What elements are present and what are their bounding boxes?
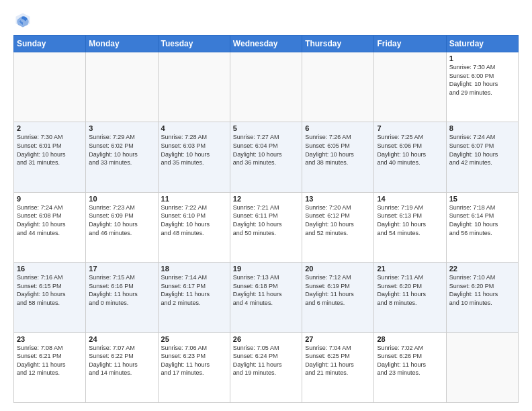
week-row-1: 1Sunrise: 7:30 AM Sunset: 6:00 PM Daylig… [14, 52, 519, 122]
col-header-sunday: Sunday [14, 36, 86, 52]
day-cell: 2Sunrise: 7:30 AM Sunset: 6:01 PM Daylig… [14, 122, 86, 192]
day-cell: 6Sunrise: 7:26 AM Sunset: 6:05 PM Daylig… [302, 122, 374, 192]
col-header-saturday: Saturday [446, 36, 518, 52]
page: SundayMondayTuesdayWednesdayThursdayFrid… [0, 0, 532, 411]
day-number: 21 [377, 265, 443, 273]
day-number: 1 [449, 54, 515, 62]
week-row-3: 9Sunrise: 7:24 AM Sunset: 6:08 PM Daylig… [14, 192, 519, 262]
day-info: Sunrise: 7:10 AM Sunset: 6:20 PM Dayligh… [449, 273, 515, 307]
calendar-table: SundayMondayTuesdayWednesdayThursdayFrid… [13, 35, 519, 403]
day-number: 5 [233, 124, 299, 132]
day-info: Sunrise: 7:07 AM Sunset: 6:22 PM Dayligh… [89, 344, 154, 377]
day-number: 16 [17, 265, 83, 273]
day-info: Sunrise: 7:21 AM Sunset: 6:11 PM Dayligh… [233, 203, 299, 237]
day-number: 13 [305, 195, 371, 203]
day-cell [14, 52, 86, 122]
day-number: 4 [161, 124, 227, 132]
week-row-2: 2Sunrise: 7:30 AM Sunset: 6:01 PM Daylig… [14, 122, 519, 192]
day-info: Sunrise: 7:06 AM Sunset: 6:23 PM Dayligh… [161, 344, 227, 377]
day-info: Sunrise: 7:13 AM Sunset: 6:18 PM Dayligh… [233, 273, 299, 307]
day-cell: 24Sunrise: 7:07 AM Sunset: 6:22 PM Dayli… [86, 332, 158, 402]
day-info: Sunrise: 7:27 AM Sunset: 6:04 PM Dayligh… [233, 133, 299, 167]
day-cell: 8Sunrise: 7:24 AM Sunset: 6:07 PM Daylig… [446, 122, 518, 192]
day-cell: 20Sunrise: 7:12 AM Sunset: 6:19 PM Dayli… [302, 263, 374, 332]
day-number: 12 [233, 195, 299, 203]
day-number: 10 [89, 195, 154, 203]
day-info: Sunrise: 7:19 AM Sunset: 6:13 PM Dayligh… [377, 203, 443, 237]
day-cell: 21Sunrise: 7:11 AM Sunset: 6:20 PM Dayli… [374, 263, 446, 332]
day-info: Sunrise: 7:24 AM Sunset: 6:08 PM Dayligh… [17, 203, 83, 237]
day-info: Sunrise: 7:18 AM Sunset: 6:14 PM Dayligh… [449, 203, 515, 237]
day-info: Sunrise: 7:30 AM Sunset: 6:00 PM Dayligh… [449, 63, 515, 97]
day-info: Sunrise: 7:23 AM Sunset: 6:09 PM Dayligh… [89, 203, 154, 237]
day-info: Sunrise: 7:05 AM Sunset: 6:24 PM Dayligh… [233, 344, 299, 377]
day-cell: 18Sunrise: 7:14 AM Sunset: 6:17 PM Dayli… [158, 263, 230, 332]
day-cell: 16Sunrise: 7:16 AM Sunset: 6:15 PM Dayli… [14, 263, 86, 332]
day-cell [374, 52, 446, 122]
day-number: 20 [305, 265, 371, 273]
day-number: 22 [449, 265, 515, 273]
week-row-5: 23Sunrise: 7:08 AM Sunset: 6:21 PM Dayli… [14, 332, 519, 402]
day-cell: 7Sunrise: 7:25 AM Sunset: 6:06 PM Daylig… [374, 122, 446, 192]
day-number: 28 [377, 335, 443, 343]
day-cell [302, 52, 374, 122]
day-info: Sunrise: 7:08 AM Sunset: 6:21 PM Dayligh… [17, 344, 83, 377]
day-info: Sunrise: 7:26 AM Sunset: 6:05 PM Dayligh… [305, 133, 371, 167]
day-cell: 4Sunrise: 7:28 AM Sunset: 6:03 PM Daylig… [158, 122, 230, 192]
logo [13, 11, 35, 30]
day-info: Sunrise: 7:25 AM Sunset: 6:06 PM Dayligh… [377, 133, 443, 167]
day-info: Sunrise: 7:22 AM Sunset: 6:10 PM Dayligh… [161, 203, 227, 237]
day-number: 17 [89, 265, 154, 273]
header [13, 11, 519, 30]
col-header-tuesday: Tuesday [158, 36, 230, 52]
day-info: Sunrise: 7:30 AM Sunset: 6:01 PM Dayligh… [17, 133, 83, 167]
day-number: 18 [161, 265, 227, 273]
day-cell: 27Sunrise: 7:04 AM Sunset: 6:25 PM Dayli… [302, 332, 374, 402]
day-cell: 12Sunrise: 7:21 AM Sunset: 6:11 PM Dayli… [230, 192, 302, 262]
day-cell [230, 52, 302, 122]
day-info: Sunrise: 7:28 AM Sunset: 6:03 PM Dayligh… [161, 133, 227, 167]
col-header-wednesday: Wednesday [230, 36, 302, 52]
day-cell: 23Sunrise: 7:08 AM Sunset: 6:21 PM Dayli… [14, 332, 86, 402]
day-info: Sunrise: 7:15 AM Sunset: 6:16 PM Dayligh… [89, 273, 154, 307]
day-number: 25 [161, 335, 227, 343]
day-number: 15 [449, 195, 515, 203]
day-cell: 1Sunrise: 7:30 AM Sunset: 6:00 PM Daylig… [446, 52, 518, 122]
day-info: Sunrise: 7:02 AM Sunset: 6:26 PM Dayligh… [377, 344, 443, 377]
day-number: 3 [89, 124, 154, 132]
day-number: 9 [17, 195, 83, 203]
col-header-friday: Friday [374, 36, 446, 52]
day-cell: 17Sunrise: 7:15 AM Sunset: 6:16 PM Dayli… [86, 263, 158, 332]
day-info: Sunrise: 7:14 AM Sunset: 6:17 PM Dayligh… [161, 273, 227, 307]
logo-icon [13, 11, 32, 30]
week-row-4: 16Sunrise: 7:16 AM Sunset: 6:15 PM Dayli… [14, 263, 519, 332]
day-number: 19 [233, 265, 299, 273]
day-number: 11 [161, 195, 227, 203]
day-number: 14 [377, 195, 443, 203]
day-info: Sunrise: 7:04 AM Sunset: 6:25 PM Dayligh… [305, 344, 371, 377]
day-cell: 5Sunrise: 7:27 AM Sunset: 6:04 PM Daylig… [230, 122, 302, 192]
day-cell: 22Sunrise: 7:10 AM Sunset: 6:20 PM Dayli… [446, 263, 518, 332]
day-cell: 28Sunrise: 7:02 AM Sunset: 6:26 PM Dayli… [374, 332, 446, 402]
day-info: Sunrise: 7:29 AM Sunset: 6:02 PM Dayligh… [89, 133, 154, 167]
day-cell [158, 52, 230, 122]
day-number: 26 [233, 335, 299, 343]
day-info: Sunrise: 7:24 AM Sunset: 6:07 PM Dayligh… [449, 133, 515, 167]
day-number: 8 [449, 124, 515, 132]
day-cell: 10Sunrise: 7:23 AM Sunset: 6:09 PM Dayli… [86, 192, 158, 262]
day-cell [86, 52, 158, 122]
day-info: Sunrise: 7:12 AM Sunset: 6:19 PM Dayligh… [305, 273, 371, 307]
col-header-thursday: Thursday [302, 36, 374, 52]
day-info: Sunrise: 7:20 AM Sunset: 6:12 PM Dayligh… [305, 203, 371, 237]
day-cell: 13Sunrise: 7:20 AM Sunset: 6:12 PM Dayli… [302, 192, 374, 262]
day-number: 24 [89, 335, 154, 343]
day-cell: 3Sunrise: 7:29 AM Sunset: 6:02 PM Daylig… [86, 122, 158, 192]
day-cell: 11Sunrise: 7:22 AM Sunset: 6:10 PM Dayli… [158, 192, 230, 262]
day-number: 23 [17, 335, 83, 343]
day-number: 2 [17, 124, 83, 132]
day-info: Sunrise: 7:11 AM Sunset: 6:20 PM Dayligh… [377, 273, 443, 307]
day-cell: 26Sunrise: 7:05 AM Sunset: 6:24 PM Dayli… [230, 332, 302, 402]
day-info: Sunrise: 7:16 AM Sunset: 6:15 PM Dayligh… [17, 273, 83, 307]
day-number: 27 [305, 335, 371, 343]
day-cell: 19Sunrise: 7:13 AM Sunset: 6:18 PM Dayli… [230, 263, 302, 332]
